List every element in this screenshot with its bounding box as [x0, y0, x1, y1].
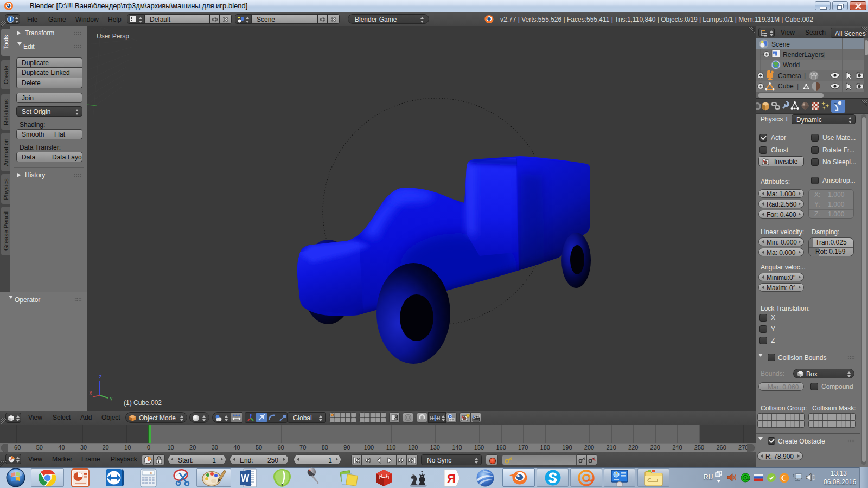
svg-text:z: z	[99, 374, 102, 380]
svg-text:Camera: Camera	[778, 72, 801, 80]
svg-text:|: |	[804, 72, 806, 79]
svg-text:Scene: Scene	[771, 41, 790, 48]
svg-text:RenderLayers: RenderLayers	[783, 51, 824, 59]
svg-text:x: x	[90, 390, 92, 396]
svg-text:Я: Я	[447, 472, 456, 485]
svg-text:Cube: Cube	[778, 82, 794, 90]
svg-text:|: |	[797, 82, 799, 90]
svg-text:World: World	[783, 61, 800, 69]
svg-text:|: |	[823, 50, 825, 58]
svg-text:y: y	[110, 395, 113, 401]
svg-text:0: 0	[150, 472, 152, 476]
svg-text:i: i	[10, 17, 11, 22]
